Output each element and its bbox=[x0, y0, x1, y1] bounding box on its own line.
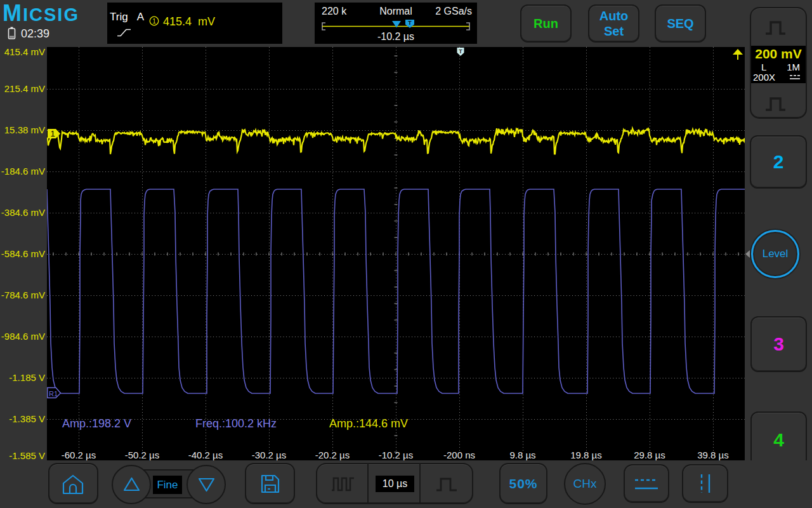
svg-text:19.8 µs: 19.8 µs bbox=[570, 450, 602, 460]
svg-text:T: T bbox=[408, 20, 412, 26]
svg-text:-10.2 µs: -10.2 µs bbox=[379, 450, 414, 460]
svg-text:R1: R1 bbox=[49, 390, 58, 398]
svg-text:9.8 µs: 9.8 µs bbox=[509, 450, 535, 460]
svg-text:Amp.:144.6 mV: Amp.:144.6 mV bbox=[329, 417, 408, 430]
svg-text:-200 ns: -200 ns bbox=[443, 450, 475, 460]
svg-text:T: T bbox=[459, 48, 462, 55]
svg-text:39.8 µs: 39.8 µs bbox=[697, 450, 729, 460]
svg-text:-60.2 µs: -60.2 µs bbox=[62, 450, 96, 460]
svg-text:29.8 µs: 29.8 µs bbox=[634, 450, 665, 460]
svg-text:1: 1 bbox=[50, 129, 55, 138]
svg-text:-20.2 µs: -20.2 µs bbox=[315, 450, 350, 460]
svg-text:-50.2 µs: -50.2 µs bbox=[125, 450, 160, 460]
svg-text:1: 1 bbox=[152, 18, 156, 25]
svg-text:-30.2 µs: -30.2 µs bbox=[252, 450, 287, 460]
svg-text:-40.2 µs: -40.2 µs bbox=[188, 450, 223, 460]
svg-text:Amp.:198.2 V: Amp.:198.2 V bbox=[62, 417, 131, 430]
svg-text:Freq.:100.2 kHz: Freq.:100.2 kHz bbox=[195, 417, 277, 430]
